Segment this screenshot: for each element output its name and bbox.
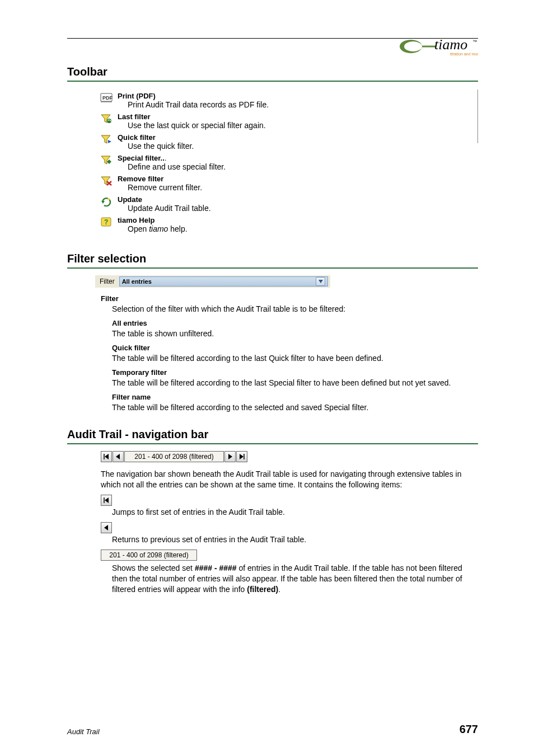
toolbar-item-desc: Update Audit Trail table.	[128, 204, 477, 213]
svg-point-1	[404, 41, 422, 51]
svg-marker-24	[105, 454, 109, 459]
nav-first-desc: Jumps to first set of entries in the Aud…	[112, 507, 478, 518]
toolbar-item-desc: Open tiamo help.	[128, 224, 477, 233]
nav-prev-button[interactable]	[113, 451, 124, 462]
filter-label: Filter	[97, 278, 119, 285]
svg-text:?: ?	[104, 218, 108, 226]
nav-bar-capture: 201 - 400 of 2098 (filtered)	[101, 451, 478, 462]
svg-text:tiamo: tiamo	[434, 36, 467, 53]
filter-all-entries-desc: The table is shown unfiltered.	[112, 328, 478, 339]
filter-temp-desc: The table will be filtered according to …	[112, 378, 478, 388]
last-filter-icon	[95, 112, 118, 124]
filter-all-entries-title: All entries	[112, 319, 478, 327]
nav-first-button[interactable]	[101, 451, 112, 462]
toolbar-item-title: tiamo Help	[118, 216, 477, 224]
toolbar-item-desc: Define and use special filter.	[128, 162, 477, 171]
section-title-filter: Filter selection	[67, 252, 478, 269]
filter-intro: Selection of the filter with which the A…	[112, 304, 478, 314]
svg-marker-18	[101, 201, 105, 204]
svg-marker-27	[240, 454, 243, 459]
svg-marker-26	[228, 454, 232, 459]
filter-select[interactable]: All entries	[119, 276, 328, 287]
svg-marker-31	[104, 525, 108, 530]
toolbar-item-desc: Remove current filter.	[128, 183, 477, 192]
toolbar-item-title: Quick filter	[118, 133, 477, 142]
svg-marker-25	[116, 454, 120, 459]
svg-marker-12	[108, 140, 111, 143]
brand-logo: tiamo ™ titration and more	[400, 35, 478, 60]
pdf-icon: PDF	[95, 92, 118, 103]
nav-intro: The navigation bar shown beneath the Aud…	[101, 469, 478, 490]
nav-range-example: 201 - 400 of 2098 (filtered)	[101, 550, 197, 561]
svg-marker-30	[105, 497, 109, 503]
side-rule	[477, 90, 478, 143]
special-filter-icon	[95, 154, 118, 165]
chevron-down-icon	[316, 277, 325, 286]
filter-quick-desc: The table will be filtered according to …	[112, 353, 478, 364]
toolbar-item-title: Update	[118, 195, 477, 204]
page-number: 677	[460, 723, 478, 736]
filter-quick-title: Quick filter	[112, 344, 478, 352]
toolbar-item-title: Last filter	[118, 112, 477, 121]
section-title-toolbar: Toolbar	[67, 65, 478, 82]
remove-filter-icon	[95, 175, 118, 186]
filter-temp-title: Temporary filter	[112, 368, 478, 377]
svg-marker-14	[107, 159, 111, 164]
toolbar-item-desc: Use the last quick or special filter aga…	[128, 121, 477, 130]
toolbar-item-title: Print (PDF)	[118, 92, 477, 100]
filter-dropdown-capture: Filter All entries	[95, 275, 330, 288]
nav-next-button[interactable]	[224, 451, 236, 462]
nav-first-button-example[interactable]	[101, 495, 112, 506]
nav-range-display: 201 - 400 of 2098 (filtered)	[124, 451, 224, 462]
svg-text:™: ™	[472, 39, 477, 44]
filter-name-title: Filter name	[112, 393, 478, 401]
toolbar-item-title: Remove filter	[118, 175, 477, 183]
help-icon: ?	[95, 216, 118, 227]
svg-text:titration and more: titration and more	[450, 52, 478, 56]
quick-filter-icon	[95, 133, 118, 144]
section-title-nav: Audit Trail - navigation bar	[67, 428, 478, 444]
filter-heading: Filter	[101, 294, 478, 303]
toolbar-item-desc: Print Audit Trail data records as PDF fi…	[128, 100, 477, 109]
update-icon	[95, 195, 118, 206]
svg-marker-22	[318, 280, 323, 283]
svg-text:PDF: PDF	[102, 95, 113, 101]
nav-last-button[interactable]	[236, 451, 247, 462]
nav-prev-button-example[interactable]	[101, 522, 112, 533]
filter-select-value: All entries	[122, 278, 152, 285]
filter-name-desc: The table will be filtered according to …	[112, 402, 478, 413]
svg-point-19	[107, 198, 110, 200]
footer-section: Audit Trail	[67, 727, 100, 736]
toolbar-item-title: Special filter...	[118, 154, 477, 162]
nav-range-desc: Shows the selected set #### - #### of en…	[112, 563, 478, 595]
toolbar-item-desc: Use the quick filter.	[128, 142, 477, 151]
nav-prev-desc: Returns to previous set of entries in th…	[112, 534, 478, 545]
